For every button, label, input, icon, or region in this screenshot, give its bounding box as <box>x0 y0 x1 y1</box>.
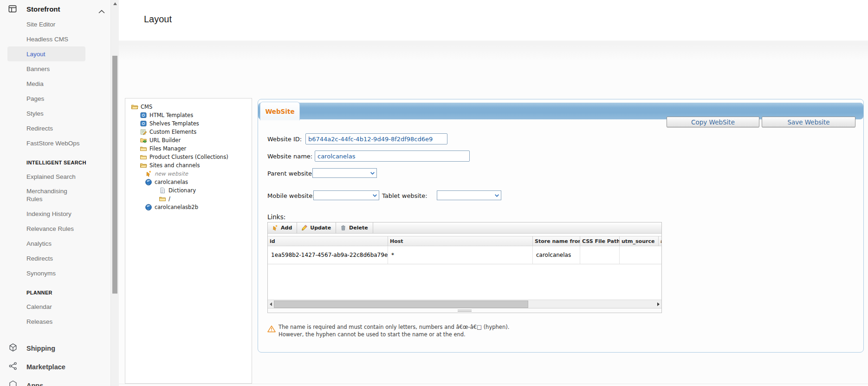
column-header-id[interactable]: id <box>268 236 388 246</box>
cell-store-name: carolcanelas <box>532 246 580 264</box>
folder-icon <box>140 145 147 152</box>
delete-icon <box>340 224 347 231</box>
tree-node-shelves-templates[interactable]: Shelves Templates <box>125 119 252 128</box>
sidebar-item-banners[interactable]: Banners <box>0 61 110 76</box>
cell-utm-source <box>619 246 658 264</box>
sidebar-item-headless-cms[interactable]: Headless CMS <box>0 32 110 46</box>
delete-link-button[interactable]: Delete <box>336 222 373 233</box>
sidebar-title: Storefront <box>26 5 60 13</box>
grid-resize-grip[interactable] <box>458 310 472 312</box>
sidebar: Storefront Site Editor Headless CMS Layo… <box>0 0 110 386</box>
sidebar-item-relevance-rules[interactable]: Relevance Rules <box>0 221 110 236</box>
dictionary-icon <box>159 187 166 194</box>
table-row[interactable]: 1ea598b2-1427-4567-ab9a-22c8d6ba79eb * c… <box>268 246 661 264</box>
links-grid-toolbar: Add Update Delete <box>268 222 661 234</box>
tablet-website-select[interactable] <box>437 190 501 200</box>
url-builder-icon <box>140 137 147 144</box>
dropdown-chevron-icon <box>373 194 377 197</box>
marketplace-icon <box>8 361 18 373</box>
tree-node-new-website[interactable]: new website <box>125 170 252 178</box>
tree-node-carolcanelasb2b[interactable]: carolcanelasb2b <box>125 203 252 211</box>
mobile-website-select[interactable] <box>313 190 379 200</box>
scroll-left-icon[interactable] <box>270 302 272 306</box>
storefront-icon <box>8 5 17 13</box>
sidebar-item-marketplace[interactable]: Marketplace <box>0 358 110 376</box>
tree-node-html-templates[interactable]: HTML Templates <box>125 111 252 119</box>
cell-host: * <box>388 246 532 264</box>
chevron-up-icon[interactable] <box>98 7 105 11</box>
sidebar-item-releases[interactable]: Releases <box>0 314 110 329</box>
sidebar-item-merchandising-rules[interactable]: Merchandising Rules <box>0 184 110 206</box>
update-icon <box>301 224 308 231</box>
tree-node-carolcanelas[interactable]: carolcanelas <box>125 178 252 186</box>
tree-node-product-clusters[interactable]: Product Clusters (Collections) <box>125 153 252 161</box>
shipping-icon <box>8 343 18 354</box>
dropdown-chevron-icon <box>370 172 375 175</box>
warning-icon <box>267 325 276 333</box>
website-id-input[interactable] <box>305 133 447 144</box>
sidebar-item-shipping[interactable]: Shipping <box>0 339 110 358</box>
website-name-input[interactable] <box>315 150 470 162</box>
scroll-up-icon[interactable] <box>113 2 117 5</box>
folder-open-icon <box>131 103 138 111</box>
grid-footer <box>268 308 661 313</box>
grid-horizontal-scrollbar[interactable] <box>268 300 661 308</box>
sidebar-item-indexing-history[interactable]: Indexing History <box>0 206 110 221</box>
vtex-admin-page: Storefront Site Editor Headless CMS Layo… <box>0 0 868 386</box>
sidebar-item-apps[interactable]: Apps <box>0 376 110 386</box>
links-grid: Add Update Delete id Host Store name f <box>267 222 662 313</box>
apps-icon <box>8 380 18 386</box>
tree-node-root-slash[interactable]: / <box>125 195 252 203</box>
sidebar-section-planner: PLANNER <box>0 286 110 299</box>
dropdown-chevron-icon <box>495 194 499 197</box>
add-link-button[interactable]: Add <box>268 222 297 233</box>
tree-node-files-manager[interactable]: Files Manager <box>125 144 252 153</box>
sidebar-item-search-redirects[interactable]: Redirects <box>0 251 110 266</box>
page-title: Layout <box>119 0 868 25</box>
template-icon <box>140 111 147 119</box>
website-panel: WebSite Copy WebSite Save Website Websit… <box>258 99 864 353</box>
tree-node-url-builder[interactable]: URL Builder <box>125 136 252 144</box>
sidebar-item-faststore-webops[interactable]: FastStore WebOps <box>0 136 110 150</box>
mobile-website-label: Mobile website: <box>267 191 315 201</box>
sidebar-scrollbar-thumb[interactable] <box>112 56 117 294</box>
sidebar-scrollbar[interactable] <box>110 0 119 386</box>
parent-website-select[interactable] <box>312 168 377 178</box>
folder-icon <box>140 153 147 161</box>
name-validation-warning: The name is required and must contain on… <box>279 324 509 338</box>
tree-node-cms[interactable]: CMS <box>125 103 252 111</box>
tree-node-dictionary[interactable]: Dictionary <box>125 186 252 195</box>
sidebar-header: Storefront <box>0 1 110 17</box>
sidebar-item-site-editor[interactable]: Site Editor <box>0 17 110 32</box>
website-name-label: Website name: <box>267 152 312 161</box>
update-link-button[interactable]: Update <box>297 222 336 233</box>
scroll-right-icon[interactable] <box>657 302 660 306</box>
grid-scrollbar-thumb[interactable] <box>274 301 528 308</box>
tab-website[interactable]: WebSite <box>260 102 300 120</box>
tree-node-sites-and-channels[interactable]: Sites and channels <box>125 161 252 170</box>
sidebar-item-media[interactable]: Media <box>0 76 110 91</box>
column-header-store-name[interactable]: Store name from LM <box>532 236 580 246</box>
website-globe-icon <box>145 203 152 211</box>
sidebar-item-synonyms[interactable]: Synonyms <box>0 266 110 281</box>
save-website-button[interactable]: Save Website <box>762 117 855 127</box>
custom-elements-icon <box>140 128 147 136</box>
folder-icon <box>159 195 166 203</box>
sidebar-item-layout[interactable]: Layout <box>7 46 85 61</box>
column-header-utm-source[interactable]: utm_source <box>619 236 658 246</box>
links-grid-header: id Host Store name from LM CSS File Path… <box>268 236 661 246</box>
copy-website-button[interactable]: Copy WebSite <box>667 117 759 127</box>
column-header-host[interactable]: Host <box>388 236 532 246</box>
column-header-css-file-path[interactable]: CSS File Path <box>580 236 619 246</box>
warning-line-2: However, the hyphen cannot be used to st… <box>279 331 509 339</box>
sidebar-item-explained-search[interactable]: Explained Search <box>0 169 110 184</box>
sidebar-item-redirects[interactable]: Redirects <box>0 121 110 136</box>
website-id-label: Website ID: <box>267 135 302 144</box>
tablet-website-label: Tablet website: <box>382 191 428 201</box>
sidebar-item-analytics[interactable]: Analytics <box>0 236 110 251</box>
column-header-truncated[interactable]: a <box>658 236 661 246</box>
sidebar-item-calendar[interactable]: Calendar <box>0 299 110 314</box>
sidebar-item-styles[interactable]: Styles <box>0 106 110 121</box>
tree-node-custom-elements[interactable]: Custom Elements <box>125 128 252 136</box>
sidebar-item-pages[interactable]: Pages <box>0 91 110 106</box>
